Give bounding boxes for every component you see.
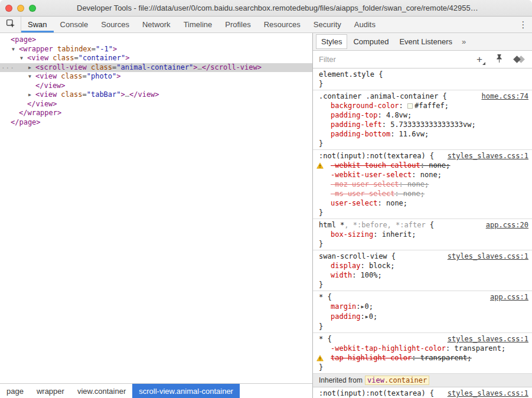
dom-node[interactable]: </view> [0,81,312,91]
dom-node[interactable]: </wrapper> [0,109,312,118]
css-property[interactable]: margin:▶0; [319,302,530,312]
breadcrumb-item[interactable]: page [0,384,30,398]
dom-node[interactable]: ▼<view class="photo"> [0,72,312,81]
breadcrumb: pagewrapperview.containerscroll-view.ani… [0,383,312,398]
expand-shorthand-arrow-icon[interactable]: ▶ [365,314,368,319]
title-bar: Developer Tools - file:///data/user/0/co… [0,0,532,17]
main-toolbar: SwanConsoleSourcesNetworkTimelineProfile… [0,17,532,33]
dom-node[interactable]: <page> [0,35,312,45]
css-selector-line[interactable]: styles_slaves.css:1* { [319,334,530,344]
dom-node[interactable]: ▼<wrapper tabindex="-1"> [0,45,312,54]
css-rule: styles_slaves.css:1swan-scroll-view {dis… [313,250,532,291]
css-selector-line[interactable]: styles_slaves.css:1swan-scroll-view { [319,252,530,261]
pin-button[interactable] [494,54,504,65]
elements-panel: <page>▼<wrapper tabindex="-1">▼<view cla… [0,33,313,398]
breadcrumb-item[interactable]: wrapper [30,384,71,398]
css-property[interactable]: -webkit-tap-highlight-color: transparent… [319,344,530,353]
css-selector-line[interactable]: styles_slaves.css:1:not(input):not(texta… [319,389,530,398]
dom-node[interactable]: </page> [0,118,312,128]
css-selector-line[interactable]: home.css:74.container .animal-container … [319,92,530,101]
css-selector-line[interactable]: styles_slaves.css:1:not(input):not(texta… [319,151,530,161]
pushpin-icon [495,54,503,66]
tab-security[interactable]: Security [307,17,348,32]
stylesheet-link[interactable]: styles_slaves.css:1 [448,334,530,344]
kebab-menu-icon: ⋮ [519,19,528,30]
tab-timeline[interactable]: Timeline [177,17,219,32]
dom-node[interactable]: ▶<view class="tabBar">…</view> [0,90,312,100]
stylesheet-link[interactable]: styles_slaves.css:1 [448,389,530,398]
styles-filter-row: + [313,51,532,68]
tab-profiles[interactable]: Profiles [218,17,257,32]
stylesheet-link[interactable]: app.css:20 [486,220,530,230]
tab-audits[interactable]: Audits [348,17,382,32]
tab-network[interactable]: Network [136,17,177,32]
toggle-element-state-button[interactable] [513,54,526,65]
warning-icon [316,354,324,364]
tab-swan[interactable]: Swan [21,17,54,32]
color-swatch[interactable] [407,103,413,109]
styles-rule-list: element.style {}home.css:74.container .a… [313,68,532,398]
css-property[interactable]: box-sizing: inherit; [319,230,530,239]
tab-console[interactable]: Console [54,17,95,32]
css-property[interactable]: padding:▶0; [319,312,530,322]
css-property[interactable]: -moz-user-select: none; [319,180,530,189]
css-property[interactable]: -webkit-touch-callout: none; [319,161,530,170]
stylesheet-link[interactable]: styles_slaves.css:1 [448,252,530,261]
devtools-menu-button[interactable]: ⋮ [514,17,532,32]
collapsed-disclosure-arrow[interactable]: ▶ [28,63,35,73]
css-rule: element.style {} [313,68,532,90]
expand-shorthand-arrow-icon[interactable]: ▶ [361,304,364,309]
expanded-disclosure-arrow[interactable]: ▼ [20,54,27,63]
css-property[interactable]: width: 100%; [319,270,530,280]
close-window-button[interactable] [5,5,12,12]
css-property[interactable]: -webkit-user-select: none; [319,170,530,180]
collapsed-disclosure-arrow[interactable]: ▶ [28,90,35,100]
css-property[interactable]: background-color: #faffef; [319,101,530,110]
tab-sources[interactable]: Sources [94,17,136,32]
css-property[interactable]: padding-left: 5.733333333333333vw; [319,120,530,129]
new-style-rule-button[interactable]: + [474,54,485,65]
styles-filter-input[interactable] [319,55,474,64]
css-rule: home.css:74.container .animal-container … [313,90,532,150]
stylesheet-link[interactable]: home.css:74 [482,92,530,101]
css-property[interactable]: padding-bottom: 11.6vw; [319,129,530,139]
dom-node[interactable]: ▼<view class="container"> [0,54,312,63]
window-title: Developer Tools - file:///data/user/0/co… [77,0,527,17]
css-rule: app.css:1* {margin:▶0;padding:▶0;} [313,291,532,333]
zoom-window-button[interactable] [29,5,36,12]
dropdown-corner-icon [482,62,485,65]
stylesheet-link[interactable]: app.css:1 [490,292,530,302]
css-selector-line[interactable]: element.style { [319,70,530,79]
css-property[interactable]: -ms-user-select: none; [319,189,530,198]
more-tabs-chevron-icon[interactable]: » [458,37,469,46]
css-rule: app.css:20html *, *:before, *:after {box… [313,219,532,250]
css-selector-line[interactable]: app.css:1* { [319,292,530,302]
overflow-dots: ... [1,62,15,71]
styles-sidebar: StylesComputedEvent Listeners» + [313,33,532,398]
breadcrumb-item[interactable]: view.container [71,384,132,398]
css-property[interactable]: tap-highlight-color: transparent; [319,353,530,363]
breadcrumb-item[interactable]: scroll-view.animal-container [132,384,240,398]
stylesheet-link[interactable]: styles_slaves.css:1 [448,151,530,161]
styles-toolbar-icons: + [474,54,526,65]
css-property[interactable]: padding-top: 4.8vw; [319,110,530,120]
inherited-from-header: Inherited fromview.container [313,374,532,387]
css-rule: styles_slaves.css:1* {-webkit-tap-highli… [313,333,532,374]
tab-resources[interactable]: Resources [257,17,307,32]
dom-node[interactable]: ...▶<scroll-view class="animal-container… [0,63,312,73]
sidebar-tab-styles[interactable]: Styles [316,34,347,49]
expanded-disclosure-arrow[interactable]: ▼ [12,45,19,54]
css-property[interactable]: display: block; [319,261,530,270]
node-link[interactable]: view.container [365,376,429,385]
sidebar-tab-event-listeners[interactable]: Event Listeners [394,35,457,48]
css-rule: styles_slaves.css:1:not(input):not(texta… [313,150,532,219]
minimize-window-button[interactable] [17,5,24,12]
inspect-element-button[interactable] [0,17,21,32]
traffic-lights [5,5,36,12]
expanded-disclosure-arrow[interactable]: ▼ [28,72,35,81]
css-selector-line[interactable]: app.css:20html *, *:before, *:after { [319,220,530,230]
inherited-from-label: Inherited from [319,376,363,384]
sidebar-tab-computed[interactable]: Computed [348,35,393,48]
dom-node[interactable]: </view> [0,100,312,109]
css-property[interactable]: user-select: none; [319,198,530,208]
